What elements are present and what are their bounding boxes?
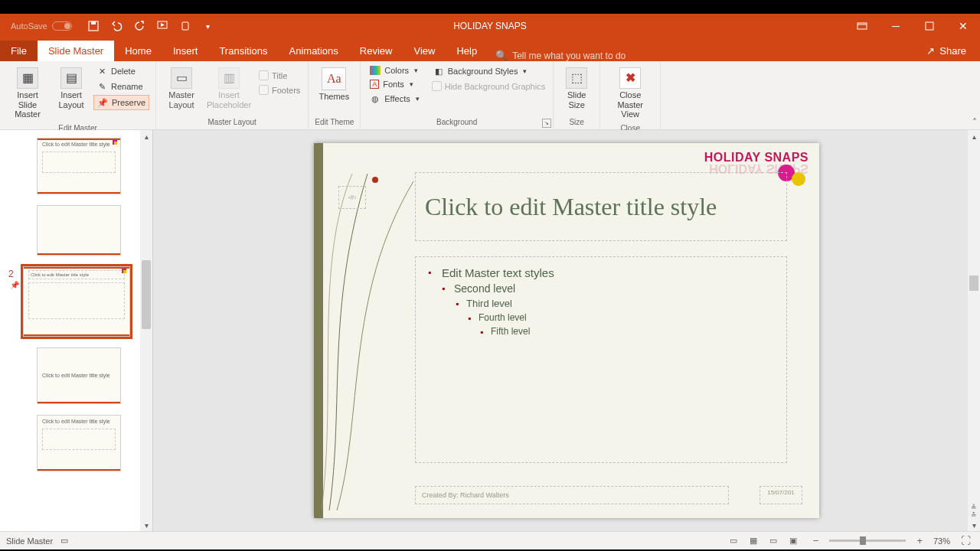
close-icon[interactable]: ✕ [946, 14, 980, 38]
close-master-view-button[interactable]: ✖ Close Master View [606, 64, 654, 122]
slide-size-button[interactable]: ⬚ Slide Size [560, 64, 593, 112]
svg-rect-1 [91, 21, 96, 24]
body-level-5: Fifth level [428, 324, 774, 338]
notes-icon[interactable]: ▭ [60, 536, 68, 546]
body-level-3: Third level [428, 296, 774, 311]
thumb-index: 2 [8, 269, 14, 279]
tab-view[interactable]: View [403, 41, 446, 61]
search-input[interactable] [512, 51, 665, 61]
touch-mode-icon[interactable] [179, 20, 191, 32]
canvas-scroll-down-icon[interactable]: ▾ [968, 519, 980, 531]
undo-icon[interactable] [110, 20, 122, 32]
canvas-scroll-up-icon[interactable]: ▴ [968, 130, 980, 142]
slide-size-icon: ⬚ [566, 67, 587, 89]
status-bar: Slide Master ▭ ▭ ▦ ▭ ▣ − + 73% ⛶ [0, 531, 980, 549]
themes-icon: Aa [322, 67, 346, 90]
thumbnail-pane: Click to edit Master title style 2 📌 Cli… [0, 130, 153, 531]
colors-button[interactable]: Colors▾ [367, 64, 422, 77]
tab-transitions[interactable]: Transitions [208, 41, 278, 61]
background-launcher[interactable]: ↘ [542, 119, 551, 128]
group-label-master-layout: Master Layout [162, 116, 302, 128]
zoom-in-button[interactable]: + [913, 535, 926, 546]
ribbon: ▦ Insert Slide Master ▤ Insert Layout ✕D… [0, 61, 980, 130]
fonts-button[interactable]: AFonts▾ [367, 78, 422, 90]
share-button[interactable]: ↗ Share [926, 45, 966, 61]
autosave-toggle[interactable]: AutoSave [11, 21, 72, 31]
preserve-button[interactable]: 📌Preserve [93, 95, 149, 110]
body-level-4: Fourth level [428, 311, 774, 324]
tab-help[interactable]: Help [446, 41, 488, 61]
rename-button[interactable]: ✎Rename [93, 80, 149, 93]
themes-button[interactable]: Aa Themes [315, 64, 353, 105]
title-placeholder[interactable]: Click to edit Master title style [415, 172, 787, 241]
slideshow-view-icon[interactable]: ▣ [784, 534, 802, 548]
ribbon-display-icon[interactable] [845, 14, 879, 38]
document-title: HOLIDAY SNAPS [453, 21, 527, 31]
effects-icon: ◍ [370, 93, 381, 104]
tab-slide-master[interactable]: Slide Master [38, 41, 114, 61]
footer-placeholder[interactable]: Created By: Richard Walters [415, 486, 729, 504]
group-label-edit-theme: Edit Theme [315, 116, 354, 128]
insert-layout-button[interactable]: ▤ Insert Layout [54, 64, 89, 112]
canvas-scrollbar[interactable]: ▴ ≜≛ ▾ [968, 130, 980, 531]
zoom-level[interactable]: 73% [933, 536, 950, 546]
svg-rect-3 [182, 22, 188, 30]
status-mode: Slide Master [6, 536, 53, 546]
body-level-1: Edit Master text styles [428, 265, 774, 281]
master-layout-button[interactable]: ▭ Master Layout [162, 64, 201, 112]
slide-number-placeholder[interactable]: ‹#› [338, 186, 366, 209]
footers-checkbox[interactable]: Footers [257, 83, 302, 96]
body-level-2: Second level [428, 281, 774, 296]
reading-view-icon[interactable]: ▭ [764, 534, 782, 548]
svg-point-7 [372, 177, 378, 183]
minimize-icon[interactable]: ─ [879, 14, 913, 38]
insert-slide-master-button[interactable]: ▦ Insert Slide Master [6, 64, 49, 122]
tab-animations[interactable]: Animations [279, 41, 349, 61]
qat-customize-icon[interactable]: ▾ [202, 20, 214, 32]
thumb-layout-2[interactable]: Click to edit Master title style [37, 347, 121, 404]
insert-placeholder-button: ▥ Insert Placeholder [205, 64, 253, 112]
normal-view-icon[interactable]: ▭ [724, 534, 743, 548]
save-icon[interactable] [87, 20, 100, 32]
delete-button[interactable]: ✕Delete [93, 64, 149, 78]
zoom-out-button[interactable]: − [810, 535, 822, 546]
maximize-icon[interactable] [913, 14, 946, 38]
date-placeholder[interactable]: 15/07/201 [760, 486, 802, 504]
thumb-master-2[interactable]: 2 📌 Click to edit Master title style [23, 266, 130, 337]
autosave-label: AutoSave [11, 21, 47, 31]
tell-me-search[interactable]: 🔍 [495, 50, 665, 61]
close-master-icon: ✖ [619, 67, 641, 89]
slide-master-canvas[interactable]: HOLIDAY SNAPS HOLIDAY SNAPS ‹#› Click to… [314, 143, 819, 518]
zoom-slider[interactable] [829, 540, 906, 542]
group-label-size: Size [560, 116, 593, 128]
scroll-up-icon[interactable]: ▴ [140, 130, 152, 142]
thumb-layout-1[interactable] [37, 205, 121, 256]
content-placeholder[interactable]: Edit Master text styles Second level Thi… [415, 256, 787, 463]
wisp-decoration [322, 174, 429, 510]
sorter-view-icon[interactable]: ▦ [744, 534, 763, 548]
rename-icon: ✎ [96, 81, 107, 92]
tab-home[interactable]: Home [114, 41, 162, 61]
title-checkbox[interactable]: Title [257, 69, 302, 82]
redo-icon[interactable] [133, 20, 145, 32]
pin-icon: 📌 [10, 281, 19, 289]
prev-next-slide-icon[interactable]: ≜≛ [968, 504, 980, 519]
hide-bg-checkbox[interactable]: Hide Background Graphics [430, 80, 547, 93]
thumb-master-1[interactable]: Click to edit Master title style [37, 138, 121, 194]
tab-review[interactable]: Review [349, 41, 403, 61]
thumb-layout-3[interactable]: Click to edit Master title style [37, 415, 121, 471]
background-styles-button[interactable]: ◧Background Styles▾ [430, 64, 547, 78]
tab-insert[interactable]: Insert [162, 41, 209, 61]
scroll-down-icon[interactable]: ▾ [140, 519, 152, 531]
title-bar: AutoSave ▾ HOLIDAY SNAPS ─ ✕ [0, 14, 980, 38]
collapse-ribbon-icon[interactable]: ˄ [972, 117, 977, 128]
from-beginning-icon[interactable] [156, 20, 168, 32]
effects-button[interactable]: ◍Effects▾ [367, 92, 422, 106]
thumb-scrollbar[interactable]: ▴ ▾ [140, 130, 152, 531]
insert-slide-master-icon: ▦ [17, 67, 38, 89]
ribbon-tabs: File Slide Master Home Insert Transition… [0, 38, 980, 61]
workspace: Click to edit Master title style 2 📌 Cli… [0, 130, 980, 531]
tab-file[interactable]: File [0, 41, 38, 61]
fit-to-window-icon[interactable]: ⛶ [958, 535, 974, 546]
bg-styles-icon: ◧ [433, 66, 444, 77]
